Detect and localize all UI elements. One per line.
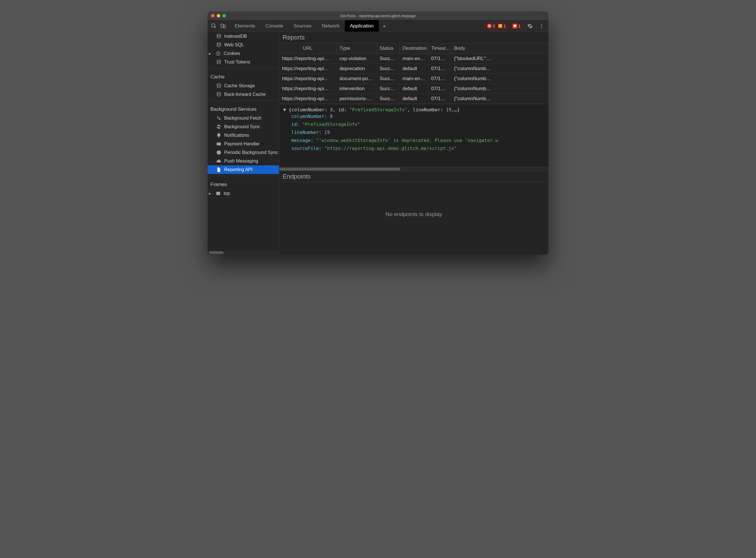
svg-rect-19 [217,192,220,195]
frame-icon [216,191,221,196]
tab-sources[interactable]: Sources [288,20,316,32]
sidebar-item-label: Back-forward Cache [224,92,266,97]
svg-rect-1 [221,24,223,27]
detail-line: id: "PrefixedStorageInfo" [283,121,544,128]
cell-ts: 07/10/… [428,54,451,64]
sidebar-item-websql[interactable]: Web SQL [208,41,279,49]
sidebar-item-label: top [224,191,230,196]
table-row[interactable]: https://reporting-api…interventionSucc…d… [279,84,548,94]
cell-dest: default [399,94,428,104]
tab-overflow[interactable]: » [379,20,389,32]
database-icon [216,34,221,39]
svg-point-9 [217,53,218,53]
sidebar-item-push[interactable]: Push Messaging [208,157,279,166]
application-sidebar[interactable]: IndexedDB Web SQL ▶ Cookies Trust Tokens… [208,32,279,255]
detail-hscrollbar[interactable] [279,167,548,171]
tab-console[interactable]: Console [260,20,288,32]
sidebar-item-label: Cookies [224,51,240,56]
cell-url: https://reporting-api… [279,94,337,104]
sidebar-hscrollbar[interactable] [208,251,279,255]
sidebar-item-payment[interactable]: Payment Handler [208,140,279,148]
issues-counter[interactable]: 1 [510,23,523,29]
col-type[interactable]: Type [337,43,376,54]
window-title: DevTools - reporting-api-demo.glitch.me/… [208,14,548,18]
issue-count: 1 [518,24,520,28]
sidebar-item-cookies[interactable]: ▶ Cookies [208,49,279,58]
bell-icon [216,133,221,138]
sidebar-item-label: Cache Storage [224,83,255,88]
main-area: IndexedDB Web SQL ▶ Cookies Trust Tokens… [208,32,548,255]
table-row[interactable]: https://reporting-api…deprecationSucc…de… [279,64,548,74]
svg-point-8 [216,51,220,55]
col-timestamp[interactable]: Timest… [428,43,451,54]
devtools-toolbar: Elements Console Sources Network Applica… [208,20,548,32]
detail-summary[interactable]: ▼ {columnNumber: 8, id: "PrefixedStorage… [283,107,544,112]
cell-body: {"blockedURL":… [451,54,548,64]
tab-network[interactable]: Network [317,20,345,32]
table-row[interactable]: https://reporting-api…csp-violationSucc…… [279,54,548,64]
settings-button[interactable] [525,20,535,32]
cell-status: Succ… [376,54,399,64]
cell-ts: 07/10/… [428,94,451,104]
svg-point-12 [218,54,218,54]
gear-icon [527,23,533,29]
chevron-right-icon: ▶ [209,52,212,55]
tab-application[interactable]: Application [345,20,379,32]
reports-table: URL Type Status Destination Timest… Body… [279,43,548,104]
cloud-icon [216,158,221,164]
sidebar-item-label: Push Messaging [224,158,258,164]
sidebar-item-notifications[interactable]: Notifications [208,131,279,140]
table-row[interactable]: https://reporting-api…permissions-…Succ…… [279,94,548,104]
sidebar-item-indexeddb[interactable]: IndexedDB [208,32,279,41]
sidebar-item-label: Trust Tokens [224,59,250,65]
sidebar-item-trusttokens[interactable]: Trust Tokens [208,58,279,67]
sidebar-item-frame-top[interactable]: ▶ top [208,189,279,198]
sidebar-item-bfcache[interactable]: Back-forward Cache [208,90,279,99]
error-count: 2 [493,24,495,28]
scrollbar-thumb[interactable] [209,251,224,254]
col-body[interactable]: Body [451,43,548,54]
svg-point-14 [217,84,220,85]
cell-dest: default [399,84,428,94]
sync-icon [216,124,221,129]
traffic-lights [211,14,226,18]
sidebar-item-label: Periodic Background Sync [224,150,278,155]
database-icon [216,42,221,48]
warning-count: 1 [504,24,506,28]
more-options-button[interactable] [536,20,546,32]
svg-point-3 [541,24,542,25]
sidebar-item-cachestorage[interactable]: Cache Storage [208,81,279,90]
col-status[interactable]: Status [376,43,399,54]
sidebar-item-bgfetch[interactable]: Background Fetch [208,114,279,123]
close-window-button[interactable] [211,14,215,18]
zoom-window-button[interactable] [222,14,226,18]
cell-ts: 07/10/… [428,74,451,84]
cell-type: permissions-… [337,94,376,104]
database-icon [216,59,221,65]
device-toolbar-icon[interactable] [219,23,227,29]
file-icon [216,167,221,172]
sidebar-item-reporting[interactable]: Reporting API [208,166,279,174]
cell-status: Succ… [376,74,399,84]
scrollbar-thumb[interactable] [279,168,400,171]
sidebar-item-label: Payment Handler [224,142,260,147]
col-destination[interactable]: Destination [399,43,428,54]
cell-body: {"columnNumb… [451,84,548,94]
cell-dest: main-end… [399,54,428,64]
sidebar-item-periodic[interactable]: Periodic Background Sync [208,148,279,157]
error-icon: ✕ [487,24,492,28]
cell-type: deprecation [337,64,376,74]
tab-elements[interactable]: Elements [230,20,260,32]
endpoints-empty: No endpoints to display [279,182,548,255]
cell-body: {"columnNumb… [451,74,548,84]
cell-status: Succ… [376,94,399,104]
console-counters[interactable]: ✕ 2 1 [485,23,509,29]
sidebar-item-bgsync[interactable]: Background Sync [208,123,279,131]
sidebar-item-label: Notifications [224,133,249,138]
col-url[interactable]: URL [279,43,337,54]
warning-icon [498,24,502,28]
table-row[interactable]: https://reporting-api…document-po…Succ…m… [279,74,548,84]
minimize-window-button[interactable] [217,14,220,18]
report-detail[interactable]: ▼ {columnNumber: 8, id: "PrefixedStorage… [279,104,548,167]
inspect-element-icon[interactable] [210,23,218,29]
